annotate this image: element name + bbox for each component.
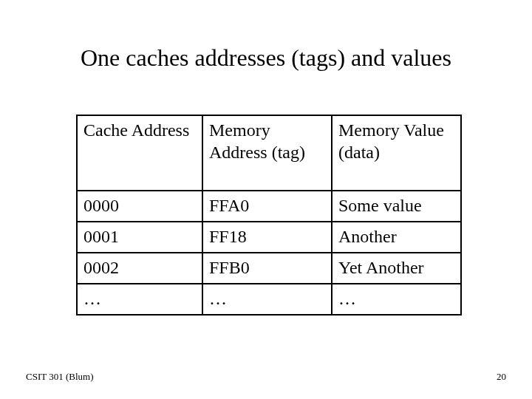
table-row: … … … <box>77 284 461 315</box>
table-row: 0002 FFB0 Yet Another <box>77 253 461 284</box>
cell-cache-address: … <box>77 284 202 315</box>
header-memory-address: Memory Address (tag) <box>202 115 332 191</box>
cell-memory-address: FFA0 <box>202 191 332 222</box>
header-memory-value: Memory Value (data) <box>332 115 461 191</box>
slide-number: 20 <box>497 371 506 383</box>
table-row: 0001 FF18 Another <box>77 222 461 253</box>
cell-cache-address: 0000 <box>77 191 202 222</box>
cell-memory-address: FF18 <box>202 222 332 253</box>
cell-memory-value: Some value <box>332 191 461 222</box>
cell-memory-value: … <box>332 284 461 315</box>
cache-table-container: Cache Address Memory Address (tag) Memor… <box>76 115 460 316</box>
cell-memory-value: Yet Another <box>332 253 461 284</box>
cell-memory-address: FFB0 <box>202 253 332 284</box>
table-header-row: Cache Address Memory Address (tag) Memor… <box>77 115 461 191</box>
footer-course: CSIT 301 (Blum) <box>26 371 94 383</box>
slide: One caches addresses (tags) and values C… <box>0 0 532 399</box>
cell-memory-address: … <box>202 284 332 315</box>
table-row: 0000 FFA0 Some value <box>77 191 461 222</box>
cell-cache-address: 0001 <box>77 222 202 253</box>
cache-table: Cache Address Memory Address (tag) Memor… <box>76 115 462 316</box>
cell-memory-value: Another <box>332 222 461 253</box>
slide-title: One caches addresses (tags) and values <box>0 44 532 72</box>
cell-cache-address: 0002 <box>77 253 202 284</box>
header-cache-address: Cache Address <box>77 115 202 191</box>
